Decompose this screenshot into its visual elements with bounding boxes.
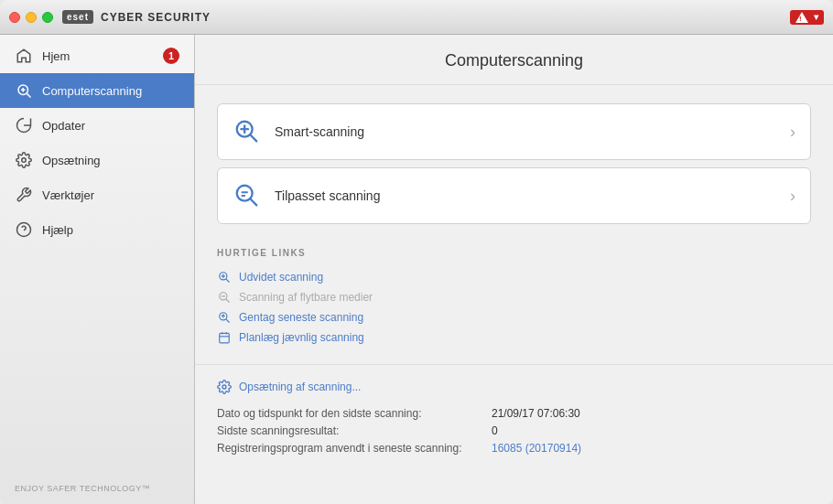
info-row-date: Dato og tidspunkt for den sidste scannin…	[217, 407, 811, 420]
info-label-date: Dato og tidspunkt for den sidste scannin…	[217, 407, 492, 420]
scan-icon	[15, 81, 33, 100]
page-title: Computerscanning	[213, 51, 815, 70]
quick-link-advanced[interactable]: Udvidet scanning	[217, 267, 811, 287]
svg-line-6	[250, 134, 256, 141]
smart-scan-chevron-icon: ›	[790, 123, 795, 142]
settings-icon	[15, 151, 33, 169]
hjem-badge: 1	[163, 48, 179, 64]
svg-line-12	[226, 279, 229, 282]
settings-link-label: Opsætning af scanning...	[239, 381, 361, 393]
custom-scan-chevron-icon: ›	[790, 187, 795, 206]
custom-scan-label: Tilpasset scanning	[275, 188, 777, 203]
help-icon	[15, 220, 33, 239]
svg-point-25	[222, 385, 226, 389]
main-layout: Hjem 1 Computerscanning Opdater	[0, 35, 833, 504]
home-icon	[15, 47, 33, 65]
advanced-scan-icon	[217, 270, 232, 284]
info-label-registry: Registreringsprogram anvendt i seneste s…	[217, 442, 492, 455]
custom-scan-icon	[233, 181, 262, 210]
quick-link-removable: Scanning af flytbare medier	[217, 287, 811, 307]
quick-link-repeat[interactable]: Gentag seneste scanning	[217, 307, 811, 327]
sidebar-item-label-opdater: Opdater	[42, 119, 179, 133]
info-section: Opsætning af scanning... Dato og tidspun…	[195, 364, 833, 468]
info-value-registry[interactable]: 16085 (20170914)	[492, 442, 581, 455]
sidebar-item-hjem[interactable]: Hjem 1	[0, 38, 194, 73]
repeat-scan-icon	[217, 310, 232, 325]
sidebar-item-label-hjem: Hjem	[42, 49, 154, 63]
svg-line-1	[27, 93, 30, 97]
info-label-result: Sidste scanningsresultat:	[217, 424, 492, 437]
sidebar-item-label-hjaelp: Hjælp	[42, 223, 179, 237]
smart-scan-icon	[233, 117, 262, 146]
sidebar-footer: ENJOY SAFER TECHNOLOGY™	[0, 473, 194, 504]
quick-link-advanced-label: Udvidet scanning	[239, 271, 323, 284]
svg-rect-10	[241, 195, 245, 197]
sidebar-item-vaerktoejer[interactable]: Værktøjer	[0, 177, 194, 212]
content-area: Computerscanning Smart-scanning ›	[195, 35, 833, 504]
quick-link-repeat-label: Gentag seneste scanning	[239, 311, 363, 324]
title-bar: eset CYBER SECURITY ▾	[0, 0, 833, 35]
quick-links-section: HURTIGE LINKS Udvidet scanning	[195, 233, 833, 357]
content-header: Computerscanning	[195, 35, 833, 85]
sidebar-item-label-computerscanning: Computerscanning	[42, 84, 179, 98]
info-value-result: 0	[492, 424, 498, 437]
sidebar-item-opsaetning[interactable]: Opsætning	[0, 143, 194, 177]
settings-link[interactable]: Opsætning af scanning...	[217, 380, 811, 394]
app-title: CYBER SECURITY	[101, 11, 211, 24]
alert-area[interactable]: ▾	[790, 10, 824, 25]
sidebar-item-opdater[interactable]: Opdater	[0, 108, 194, 143]
quick-link-schedule[interactable]: Planlæg jævnlig scanning	[217, 327, 811, 348]
brand-badge: eset	[62, 10, 93, 24]
smart-scan-label: Smart-scanning	[275, 124, 777, 139]
sidebar: Hjem 1 Computerscanning Opdater	[0, 35, 195, 504]
maximize-button[interactable]	[42, 12, 53, 23]
close-button[interactable]	[9, 12, 20, 23]
svg-line-16	[226, 299, 229, 302]
svg-rect-9	[241, 191, 248, 193]
quick-link-schedule-label: Planlæg jævnlig scanning	[239, 331, 364, 344]
tools-icon	[15, 186, 33, 204]
info-value-date: 21/09/17 07:06:30	[492, 407, 580, 420]
sidebar-item-computerscanning[interactable]: Computerscanning	[0, 73, 194, 108]
update-icon	[15, 116, 33, 134]
gear-icon	[217, 380, 232, 394]
quick-link-removable-label: Scanning af flytbare medier	[239, 291, 373, 304]
schedule-icon	[217, 330, 232, 345]
alert-chevron: ▾	[814, 12, 818, 22]
svg-point-2	[22, 158, 27, 163]
footer-text: ENJOY SAFER TECHNOLOGY™	[15, 484, 150, 493]
sidebar-item-label-vaerktoejer: Værktøjer	[42, 188, 179, 202]
minimize-button[interactable]	[26, 12, 37, 23]
alert-button[interactable]: ▾	[790, 10, 824, 25]
removable-scan-icon	[217, 290, 232, 305]
custom-scan-option[interactable]: Tilpasset scanning ›	[217, 167, 811, 224]
sidebar-item-label-opsaetning: Opsætning	[42, 154, 179, 167]
quick-links-heading: HURTIGE LINKS	[217, 248, 811, 258]
info-row-registry: Registreringsprogram anvendt i seneste s…	[217, 442, 811, 455]
info-row-result: Sidste scanningsresultat: 0	[217, 424, 811, 437]
svg-line-8	[250, 198, 256, 205]
svg-line-19	[226, 319, 229, 322]
app-logo: eset CYBER SECURITY	[62, 10, 211, 24]
traffic-lights	[9, 12, 53, 23]
scan-options-list: Smart-scanning › Tilpasset scanning ›	[195, 85, 833, 233]
alert-triangle-icon	[795, 12, 808, 23]
svg-rect-21	[220, 333, 230, 343]
smart-scan-option[interactable]: Smart-scanning ›	[217, 103, 811, 160]
sidebar-item-hjaelp[interactable]: Hjælp	[0, 212, 194, 247]
